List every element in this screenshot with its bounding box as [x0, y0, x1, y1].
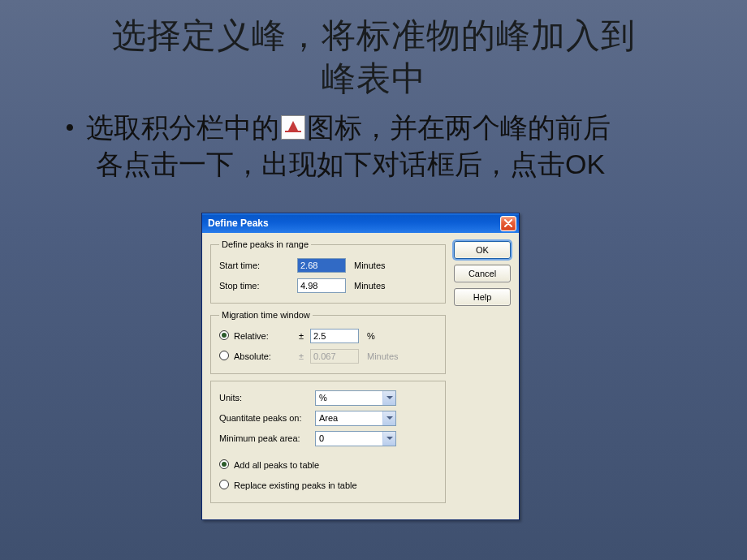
- pm-symbol-2: ±: [292, 351, 310, 361]
- close-button[interactable]: [500, 216, 516, 231]
- title-line2: 峰表中: [322, 60, 426, 97]
- slide-background: 选择定义峰，将标准物的峰加入到 峰表中 • 选取积分栏中的图标，并在两个峰的前后…: [0, 0, 747, 560]
- dialog-button-column: OK Cancel Help: [454, 239, 511, 306]
- title-line1: 选择定义峰，将标准物的峰加入到: [112, 17, 636, 54]
- body-line1: 选取积分栏中的图标，并在两个峰的前后: [86, 111, 611, 146]
- bullet: •: [65, 111, 86, 146]
- body-line2-wrap: 各点击一下，出现如下对话框后，点击OK: [0, 146, 747, 183]
- row-relative: Relative: ± 2.5 %: [219, 327, 437, 345]
- relative-input[interactable]: 2.5: [310, 329, 359, 343]
- help-button[interactable]: Help: [454, 288, 511, 306]
- pm-symbol-1: ±: [292, 331, 310, 341]
- group-migration-legend: Migration time window: [219, 310, 313, 320]
- add-all-radio[interactable]: [219, 459, 229, 469]
- start-time-label: Start time:: [219, 261, 297, 270]
- relative-label: Relative:: [234, 331, 292, 341]
- group-units: Units: % Quantitate peaks on: Area: [210, 381, 446, 503]
- row-quantitate: Quantitate peaks on: Area: [219, 409, 437, 427]
- min-area-label: Minimum peak area:: [219, 433, 315, 443]
- min-area-combo[interactable]: 0: [315, 431, 396, 446]
- row-units: Units: %: [219, 389, 437, 407]
- ok-button[interactable]: OK: [454, 241, 511, 259]
- replace-radio[interactable]: [219, 480, 229, 489]
- start-time-unit: Minutes: [354, 261, 386, 270]
- stop-time-label: Stop time:: [219, 281, 297, 291]
- dialog-left-column: Define peaks in range Start time: 2.68 M…: [210, 239, 446, 510]
- units-combo[interactable]: %: [315, 390, 396, 406]
- row-add-all: Add all peaks to table: [219, 456, 437, 474]
- dialog-title: Define Peaks: [208, 218, 269, 229]
- body-l1-post: 图标，并在两个峰的前后: [307, 113, 611, 143]
- units-label: Units:: [219, 393, 315, 403]
- group-migration-window: Migration time window Relative: ± 2.5 % …: [210, 310, 446, 374]
- dialog-body: Define peaks in range Start time: 2.68 M…: [202, 233, 519, 519]
- row-absolute: Absolute: ± 0.067 Minutes: [219, 347, 437, 365]
- row-stop-time: Stop time: 4.98 Minutes: [219, 277, 437, 295]
- define-peaks-dialog: Define Peaks Define peaks in range Start…: [201, 213, 520, 520]
- quantitate-combo[interactable]: Area: [315, 411, 396, 426]
- add-all-label: Add all peaks to table: [234, 460, 319, 470]
- cancel-button[interactable]: Cancel: [454, 265, 511, 282]
- relative-unit: %: [367, 331, 375, 341]
- stop-time-input[interactable]: 4.98: [297, 278, 346, 293]
- slide-body: • 选取积分栏中的图标，并在两个峰的前后: [0, 100, 747, 146]
- dialog-titlebar[interactable]: Define Peaks: [202, 213, 519, 233]
- body-l2-ok: OK: [565, 149, 605, 179]
- chevron-down-icon: [382, 391, 395, 405]
- row-start-time: Start time: 2.68 Minutes: [219, 256, 437, 274]
- body-l1-pre: 选取积分栏中的: [86, 113, 279, 143]
- start-time-input[interactable]: 2.68: [297, 258, 346, 273]
- define-peaks-toolbar-icon: [281, 115, 305, 140]
- slide-title: 选择定义峰，将标准物的峰加入到 峰表中: [0, 0, 747, 100]
- relative-radio[interactable]: [219, 330, 229, 340]
- quantitate-label: Quantitate peaks on:: [219, 413, 315, 423]
- row-min-area: Minimum peak area: 0: [219, 429, 437, 447]
- group-define-range-legend: Define peaks in range: [219, 239, 311, 249]
- stop-time-unit: Minutes: [354, 281, 386, 291]
- absolute-input: 0.067: [310, 349, 359, 364]
- absolute-label: Absolute:: [234, 351, 292, 361]
- close-icon: [504, 219, 512, 227]
- group-define-range: Define peaks in range Start time: 2.68 M…: [210, 239, 446, 304]
- quantitate-value: Area: [319, 413, 338, 423]
- absolute-radio[interactable]: [219, 351, 229, 360]
- body-l2: 各点击一下，出现如下对话框后，点击: [96, 149, 565, 179]
- replace-label: Replace existing peaks in table: [234, 480, 357, 490]
- row-replace: Replace existing peaks in table: [219, 476, 437, 494]
- chevron-down-icon: [382, 432, 395, 446]
- chevron-down-icon: [382, 411, 395, 425]
- absolute-unit: Minutes: [367, 351, 399, 361]
- units-value: %: [319, 393, 327, 403]
- min-area-value: 0: [319, 433, 324, 443]
